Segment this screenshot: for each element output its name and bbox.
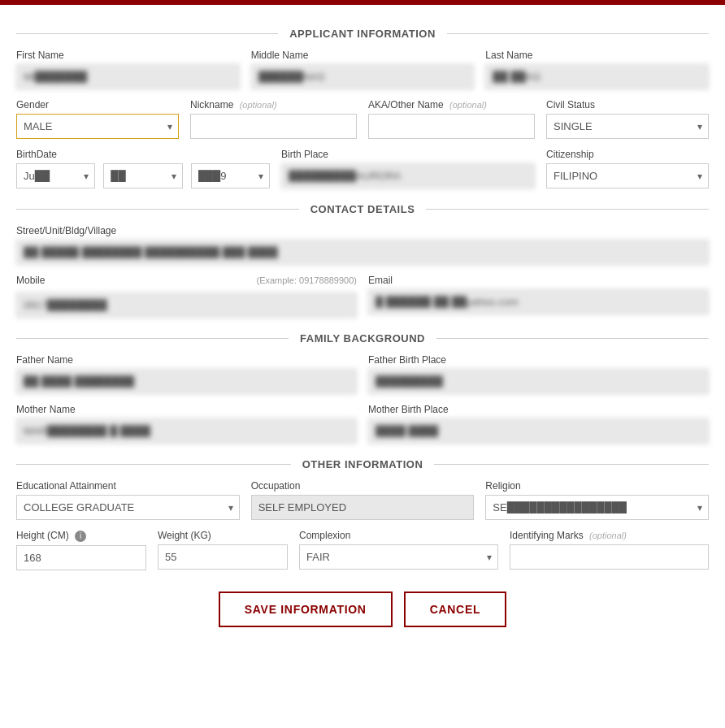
- complexion-select[interactable]: FAIR MORENO DARK: [299, 544, 498, 570]
- section-title-other: OTHER INFORMATION: [291, 458, 435, 470]
- divider-line-right: [447, 33, 709, 34]
- first-name-group: First Name: [16, 50, 240, 89]
- height-input[interactable]: [16, 545, 146, 570]
- complexion-select-wrapper: FAIR MORENO DARK: [299, 544, 498, 570]
- first-name-label: First Name: [16, 50, 240, 61]
- birth-day-wrapper: ██: [103, 163, 182, 188]
- section-contact-details: CONTACT DETAILS: [16, 203, 709, 215]
- birth-year-select[interactable]: ███9: [191, 163, 270, 188]
- save-button[interactable]: SAVE INFORMATION: [219, 592, 393, 627]
- birthplace-input[interactable]: [281, 163, 535, 188]
- mobile-label-row: Mobile (Example: 09178889900): [16, 275, 357, 289]
- divider-line-right3: [436, 338, 709, 339]
- weight-label: Weight (KG): [158, 530, 288, 541]
- complexion-label: Complexion: [299, 530, 498, 541]
- father-name-group: Father Name: [16, 354, 357, 394]
- identifying-marks-label: Identifying Marks (optional): [510, 530, 709, 541]
- gender-row: Gender MALE FEMALE Nickname (optional) A…: [16, 99, 709, 139]
- citizenship-label: Citizenship: [546, 149, 709, 160]
- divider-line-left3: [16, 338, 289, 339]
- edu-select-wrapper: COLLEGE GRADUATE HIGH SCHOOL ELEMENTARY …: [16, 495, 240, 520]
- religion-select-wrapper: SE████████████████: [485, 495, 709, 520]
- last-name-label: Last Name: [485, 50, 709, 61]
- divider-line-left2: [16, 209, 299, 210]
- occupation-input[interactable]: [251, 495, 475, 520]
- edu-select[interactable]: COLLEGE GRADUATE HIGH SCHOOL ELEMENTARY …: [16, 495, 240, 520]
- email-input[interactable]: [368, 289, 709, 314]
- religion-select[interactable]: SE████████████████: [485, 495, 709, 520]
- name-row: First Name Middle Name Last Name: [16, 50, 709, 89]
- father-name-input[interactable]: [16, 369, 357, 394]
- mother-birthplace-input[interactable]: [368, 418, 709, 444]
- street-input[interactable]: [16, 240, 709, 265]
- gender-select[interactable]: MALE FEMALE: [16, 114, 179, 139]
- birth-day-select[interactable]: ██: [103, 163, 182, 188]
- divider-line-right4: [434, 464, 709, 465]
- father-birthplace-label: Father Birth Place: [368, 354, 709, 366]
- birthplace-group: Birth Place: [281, 149, 535, 188]
- civil-status-select[interactable]: SINGLE MARRIED WIDOWED SEPARATED: [546, 114, 709, 139]
- aka-group: AKA/Other Name (optional): [368, 99, 535, 139]
- nickname-input[interactable]: [190, 114, 357, 139]
- section-other-info: OTHER INFORMATION: [16, 458, 709, 470]
- hw-row: Height (CM) i Weight (KG) Complexion FAI…: [16, 530, 709, 570]
- birthplace-label: Birth Place: [281, 149, 535, 160]
- gender-label: Gender: [16, 99, 179, 110]
- divider-line-left: [16, 33, 278, 34]
- mobile-input[interactable]: [16, 292, 357, 318]
- citizenship-group: Citizenship FILIPINO OTHERS: [546, 149, 709, 188]
- mobile-hint: (Example: 09178889900): [256, 275, 357, 285]
- cancel-button[interactable]: CANCEL: [404, 592, 507, 627]
- occupation-label: Occupation: [251, 480, 475, 492]
- email-group: Email: [368, 275, 709, 318]
- weight-group: Weight (KG): [158, 530, 288, 570]
- edu-group: Educational Attainment COLLEGE GRADUATE …: [16, 480, 240, 520]
- father-birthplace-group: Father Birth Place: [368, 354, 709, 394]
- middle-name-label: Middle Name: [251, 50, 475, 61]
- weight-input[interactable]: [158, 544, 288, 570]
- citizenship-select[interactable]: FILIPINO OTHERS: [546, 163, 709, 188]
- mother-name-label: Mother Name: [16, 404, 357, 415]
- birthdate-row: BirthDate Ju██ ██ ███9: [16, 149, 709, 188]
- nickname-group: Nickname (optional): [190, 99, 357, 139]
- complexion-group: Complexion FAIR MORENO DARK: [299, 530, 498, 570]
- height-info-icon[interactable]: i: [75, 531, 86, 542]
- mother-name-input[interactable]: [16, 418, 357, 444]
- religion-label: Religion: [485, 480, 709, 492]
- birth-month-select[interactable]: Ju██: [16, 163, 95, 188]
- height-label: Height (CM) i: [16, 530, 146, 542]
- first-name-input[interactable]: [16, 64, 240, 89]
- button-row: SAVE INFORMATION CANCEL: [16, 592, 709, 635]
- divider-line-left4: [16, 464, 291, 465]
- civil-status-label: Civil Status: [546, 99, 709, 110]
- section-family-background: FAMILY BACKGROUND: [16, 332, 709, 344]
- aka-input[interactable]: [368, 114, 535, 139]
- citizenship-select-wrapper: FILIPINO OTHERS: [546, 163, 709, 188]
- aka-label: AKA/Other Name (optional): [368, 99, 535, 110]
- identifying-marks-input[interactable]: [510, 544, 709, 570]
- mobile-label: Mobile: [16, 275, 45, 286]
- mobile-email-row: Mobile (Example: 09178889900) Email: [16, 275, 709, 318]
- mother-name-group: Mother Name: [16, 404, 357, 444]
- mother-birthplace-label: Mother Birth Place: [368, 404, 709, 415]
- father-name-label: Father Name: [16, 354, 357, 366]
- religion-group: Religion SE████████████████: [485, 480, 709, 520]
- occupation-group: Occupation: [251, 480, 475, 520]
- middle-name-input[interactable]: [251, 64, 475, 89]
- section-title-family: FAMILY BACKGROUND: [289, 332, 436, 344]
- last-name-input[interactable]: [485, 64, 709, 89]
- birthdate-selects: Ju██ ██ ███9: [16, 163, 270, 188]
- civil-status-select-wrapper: SINGLE MARRIED WIDOWED SEPARATED: [546, 114, 709, 139]
- middle-name-group: Middle Name: [251, 50, 475, 89]
- section-title-applicant: APPLICANT INFORMATION: [278, 28, 447, 40]
- identifying-marks-group: Identifying Marks (optional): [510, 530, 709, 570]
- height-group: Height (CM) i: [16, 530, 146, 570]
- mother-birthplace-group: Mother Birth Place: [368, 404, 709, 444]
- gender-select-wrapper: MALE FEMALE: [16, 114, 179, 139]
- mother-row: Mother Name Mother Birth Place: [16, 404, 709, 444]
- father-birthplace-input[interactable]: [368, 369, 709, 394]
- father-row: Father Name Father Birth Place: [16, 354, 709, 394]
- birth-year-wrapper: ███9: [191, 163, 270, 188]
- section-title-contact: CONTACT DETAILS: [299, 203, 427, 215]
- last-name-group: Last Name: [485, 50, 709, 89]
